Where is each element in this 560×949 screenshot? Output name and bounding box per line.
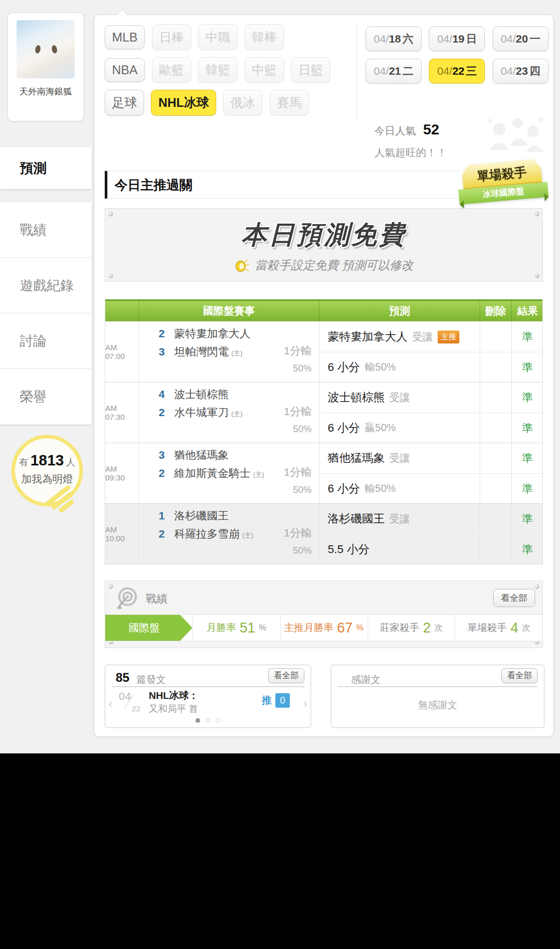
col-prediction: 預測 bbox=[319, 301, 480, 321]
prediction-total: 6 小分輸50% bbox=[319, 473, 480, 503]
avatar[interactable] bbox=[17, 20, 75, 78]
sport-tab-cn-basket: 中籃 bbox=[245, 57, 284, 83]
sport-tab-kr-basket: 韓籃 bbox=[198, 57, 237, 83]
carousel-dot[interactable] bbox=[216, 718, 220, 723]
sidebar-nav-secondary: 戰績 遊戲紀錄 討論 榮譽 bbox=[0, 202, 92, 424]
date-tab-0421[interactable]: 04/21二 bbox=[366, 59, 422, 84]
result-cell: 準 bbox=[511, 322, 543, 352]
delete-cell bbox=[480, 382, 511, 412]
game-time: AM 07:30 bbox=[105, 382, 138, 443]
sidebar-item-record[interactable]: 戰績 bbox=[0, 202, 92, 258]
stat-monthly-winrate: 月勝率51% bbox=[192, 615, 280, 641]
game-matchup: 1洛杉磯國王 2科羅拉多雪崩(主) 1分輸50% bbox=[138, 504, 319, 564]
prediction-table: 國際盤賽事 預測 刪除 結果 AM 07:00 2蒙特婁加拿大人 3坦帕灣閃電(… bbox=[105, 299, 543, 565]
delete-cell bbox=[480, 412, 511, 443]
carousel-dots bbox=[105, 716, 311, 725]
sport-tab-horse-racing: 賽馬 bbox=[270, 90, 309, 116]
game-row: AM 07:30 4波士頓棕熊 2水牛城軍刀(主) 1分輸50% 波士頓棕熊受讓… bbox=[105, 382, 542, 443]
stat-banker-killer: 莊家殺手2次 bbox=[368, 615, 455, 641]
beacon-count-line: 有1813人 bbox=[15, 452, 79, 469]
date-tab-0418[interactable]: 04/18六 bbox=[366, 26, 422, 51]
post-carousel-item[interactable]: ‹ 0422 NHL冰球： 又和局平 首 推 0 › bbox=[105, 687, 311, 718]
result-cell: 準 bbox=[511, 412, 543, 443]
record-stats-bar: 國際盤 月勝率51% 主推月勝率67% 莊家殺手2次 單場殺手4次 bbox=[105, 614, 542, 641]
record-view-all-button[interactable]: 看全部 bbox=[493, 589, 535, 607]
delete-cell bbox=[480, 504, 511, 534]
carousel-dot[interactable] bbox=[206, 718, 211, 723]
carousel-dot[interactable] bbox=[195, 718, 200, 723]
chevron-right-icon[interactable]: › bbox=[303, 696, 307, 711]
sidebar-item-predictions[interactable]: 預測 bbox=[0, 147, 92, 189]
posts-card: 85 篇發文 看全部 ‹ 0422 NHL冰球： 又和局平 首 推 0 › bbox=[105, 665, 311, 728]
sport-tab-jp-basket: 日籃 bbox=[291, 57, 330, 83]
screw-icon bbox=[108, 212, 113, 216]
screw-icon bbox=[535, 273, 539, 278]
col-games: 國際盤賽事 bbox=[138, 301, 319, 321]
popularity-note: 人氣超旺的！！ bbox=[374, 146, 447, 160]
sport-tab-soccer[interactable]: 足球 bbox=[105, 90, 144, 116]
chevron-left-icon[interactable]: ‹ bbox=[108, 696, 113, 711]
delete-cell bbox=[480, 473, 511, 503]
delete-cell bbox=[480, 352, 511, 382]
single-game-killer-badge: 單場殺手 冰球國際盤 bbox=[461, 159, 543, 204]
sidebar-item-honors[interactable]: 榮譽 bbox=[0, 369, 92, 424]
table-header: 國際盤賽事 預測 刪除 結果 bbox=[105, 299, 542, 321]
sport-tab-kbo: 韓棒 bbox=[245, 24, 284, 50]
post-date: 0422 bbox=[119, 690, 141, 713]
sidebar-item-game-history[interactable]: 遊戲紀錄 bbox=[0, 258, 92, 313]
result-cell: 準 bbox=[511, 504, 543, 534]
profile-card: 天外南海銀狐 bbox=[7, 12, 84, 121]
game-row: AM 10:00 1洛杉磯國王 2科羅拉多雪崩(主) 1分輸50% 洛杉磯國王受… bbox=[105, 503, 542, 564]
sport-tabs: MLB 日棒 中職 韓棒 NBA 歐籃 韓籃 中籃 日籃 足球 NHL冰球 俄冰… bbox=[105, 24, 354, 122]
record-panel: 戰績 看全部 國際盤 月勝率51% 主推月勝率67% 莊家殺手2次 單場殺手4次 bbox=[105, 581, 543, 648]
date-tab-0423[interactable]: 04/23四 bbox=[493, 59, 549, 84]
sport-tab-mlb[interactable]: MLB bbox=[105, 25, 145, 49]
post-count-label: 篇發文 bbox=[136, 673, 166, 686]
target-icon bbox=[114, 585, 139, 611]
free-banner-title: 本日預測免費 bbox=[105, 218, 542, 252]
game-time: AM 10:00 bbox=[105, 504, 138, 564]
sport-tab-khl: 俄冰 bbox=[223, 90, 262, 116]
megaphone-icon bbox=[234, 258, 250, 273]
record-title: 戰績 bbox=[146, 592, 167, 606]
prediction-spread: 波士頓棕熊受讓 bbox=[319, 382, 480, 412]
result-cell: 準 bbox=[511, 473, 543, 503]
popularity-today: 今日人氣52 bbox=[374, 121, 439, 138]
push-counter[interactable]: 推 0 bbox=[262, 693, 290, 708]
col-result: 結果 bbox=[511, 301, 543, 321]
beacon-count: 1813 bbox=[31, 452, 64, 469]
prediction-spread: 洛杉磯國王受讓 bbox=[319, 504, 480, 534]
delete-cell bbox=[480, 534, 511, 564]
date-tab-0422[interactable]: 04/22三 bbox=[429, 59, 485, 84]
free-prediction-banner: 本日預測免費 當殺手設定免費 預測可以修改 bbox=[105, 208, 543, 282]
delete-cell bbox=[480, 322, 511, 352]
stat-mainpick-winrate: 主推月勝率67% bbox=[280, 615, 368, 641]
post-count: 85 bbox=[116, 670, 130, 685]
game-matchup: 2蒙特婁加拿大人 3坦帕灣閃電(主) 1分輸50% bbox=[138, 322, 319, 382]
game-matchup: 4波士頓棕熊 2水牛城軍刀(主) 1分輸50% bbox=[138, 382, 319, 443]
free-banner-subtitle: 當殺手設定免費 預測可以修改 bbox=[105, 257, 542, 273]
profile-name: 天外南海銀狐 bbox=[8, 86, 83, 98]
sidebar-item-discussion[interactable]: 討論 bbox=[0, 313, 92, 369]
popularity-value: 52 bbox=[423, 121, 439, 137]
footer-black-area bbox=[0, 753, 560, 949]
sport-tab-euro-basket: 歐籃 bbox=[152, 57, 191, 83]
sport-tab-nba[interactable]: NBA bbox=[105, 58, 145, 82]
page: 天外南海銀狐 預測 戰績 遊戲紀錄 討論 榮譽 有1813人 加我為明燈 MLB… bbox=[0, 0, 560, 753]
posts-view-all-button[interactable]: 看全部 bbox=[268, 668, 304, 683]
screw-icon bbox=[535, 212, 539, 216]
sidebar-nav-primary: 預測 bbox=[0, 147, 92, 189]
thanks-card: 感謝文 看全部 無感謝文 bbox=[331, 665, 544, 728]
speech-notch bbox=[117, 9, 128, 20]
thanks-empty-message: 無感謝文 bbox=[331, 698, 544, 712]
date-tab-0419[interactable]: 04/19日 bbox=[429, 26, 485, 51]
delete-cell bbox=[480, 443, 511, 473]
sport-tab-nhl[interactable]: NHL冰球 bbox=[151, 90, 216, 116]
prediction-spread: 猶他猛瑪象受讓 bbox=[319, 443, 480, 473]
stat-single-killer: 單場殺手4次 bbox=[455, 615, 542, 641]
game-time: AM 07:00 bbox=[105, 322, 138, 382]
main-panel: MLB 日棒 中職 韓棒 NBA 歐籃 韓籃 中籃 日籃 足球 NHL冰球 俄冰… bbox=[94, 15, 554, 737]
thanks-view-all-button[interactable]: 看全部 bbox=[501, 668, 538, 683]
date-tab-0420[interactable]: 04/20一 bbox=[493, 26, 549, 51]
thanks-title: 感謝文 bbox=[351, 673, 381, 686]
